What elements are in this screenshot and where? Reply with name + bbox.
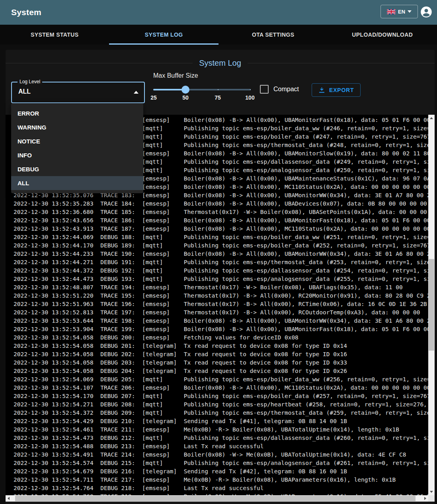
account-button[interactable]: [420, 6, 432, 18]
mark-25: 25: [150, 94, 157, 101]
log-level-menu: ERROR WARNING NOTICE INFO DEBUG ALL: [11, 103, 143, 193]
log-row: 2022-12-30 13:52:48.807 TRACE 194: [emse…: [6, 283, 428, 292]
scroll-left-arrow-icon[interactable]: [8, 497, 10, 500]
tab-ota-settings[interactable]: OTA SETTINGS: [218, 25, 328, 45]
scroll-down-arrow-icon[interactable]: [430, 491, 433, 493]
download-icon: [318, 87, 325, 94]
panel-title-row: System Log: [6, 59, 435, 68]
log-row: 2022-12-30 13:52:35.283 TRACE 184: [emse…: [6, 200, 428, 208]
log-row: 2022-12-30 13:52:54.069 DEBUG 205: [mqtt…: [6, 375, 428, 384]
language-label: EN: [398, 9, 405, 15]
panel-title: System Log: [193, 59, 248, 68]
log-row: 2022-12-30 13:52:53.644 TRACE 198: [emse…: [6, 317, 428, 325]
divider: [6, 63, 193, 63]
log-row: 2022-12-30 13:52:44.233 TRACE 190: [emse…: [6, 250, 428, 258]
log-row: 2022-12-30 13:52:54.679 DEBUG 216: [tele…: [6, 467, 428, 476]
tab-system-status[interactable]: SYSTEM STATUS: [0, 25, 109, 45]
menu-item-warning[interactable]: WARNING: [11, 120, 143, 134]
chevron-down-icon: [408, 10, 412, 13]
log-row: 2022-12-30 13:52:51.220 TRACE 195: [emse…: [6, 292, 428, 300]
app-bar: System EN: [0, 0, 437, 25]
mark-75: 75: [215, 94, 221, 101]
divider: [248, 63, 435, 63]
compact-checkbox[interactable]: [260, 85, 269, 94]
buffer-size-group: Max Buffer Size 25 50 75 100: [153, 72, 257, 79]
log-row: 2022-12-30 13:52:54.488 DEBUG 213: [emse…: [6, 442, 428, 451]
tab-bar: SYSTEM STATUS SYSTEM LOG OTA SETTINGS UP…: [0, 25, 437, 45]
horizontal-scrollbar-thumb[interactable]: [15, 496, 416, 501]
slider-thumb[interactable]: [181, 86, 189, 94]
scroll-up-arrow-icon[interactable]: [430, 117, 433, 119]
log-row: 2022-12-30 13:52:44.170 DEBUG 189: [mqtt…: [6, 241, 428, 250]
log-row: 2022-12-30 13:52:36.680 TRACE 185: [emse…: [6, 208, 428, 216]
log-row: 2022-12-30 13:52:54.574 DEBUG 215: [mqtt…: [6, 459, 428, 467]
menu-item-debug[interactable]: DEBUG: [11, 162, 143, 176]
language-selector[interactable]: EN: [380, 5, 418, 18]
log-row: 2022-12-30 13:52:52.813 TRACE 197: [emse…: [6, 308, 428, 317]
export-label: EXPORT: [329, 87, 354, 93]
log-row: 2022-12-30 13:52:54.372 DEBUG 209: [mqtt…: [6, 409, 428, 417]
log-row: 2022-12-30 13:52:54.058 DEBUG 202: [tele…: [6, 350, 428, 359]
system-log-panel: System Log Log Level ALL ERROR WARNING N…: [6, 50, 435, 504]
vertical-scrollbar-thumb[interactable]: [429, 259, 434, 351]
log-row: 2022-12-30 13:52:54.170 DEBUG 207: [mqtt…: [6, 392, 428, 400]
log-level-value: ALL: [18, 88, 31, 95]
buffer-size-slider[interactable]: [153, 89, 251, 90]
compact-checkbox-row[interactable]: Compact: [260, 85, 299, 94]
log-level-select[interactable]: Log Level ALL: [11, 82, 145, 103]
log-row: 2022-12-30 13:52:54.461 TRACE 211: [emse…: [6, 426, 428, 434]
slider-mark-dot: [218, 89, 218, 90]
chevron-up-icon: [134, 91, 139, 94]
slider-mark-dot: [250, 89, 251, 90]
page-title: System: [11, 8, 41, 17]
scroll-right-arrow-icon[interactable]: [424, 497, 426, 500]
scrollbar-corner: [428, 495, 435, 502]
mark-50: 50: [182, 94, 189, 101]
log-row: 2022-12-30 13:52:44.271 DEBUG 191: [mqtt…: [6, 258, 428, 267]
log-row: 2022-12-30 13:52:54.429 DEBUG 210: [tele…: [6, 417, 428, 426]
export-button[interactable]: EXPORT: [312, 83, 361, 97]
log-row: 2022-12-30 13:52:53.904 TRACE 199: [emse…: [6, 325, 428, 333]
log-row: 2022-12-30 13:52:51.963 TRACE 196: [emse…: [6, 300, 428, 308]
log-row: 2022-12-30 13:52:44.372 DEBUG 192: [mqtt…: [6, 267, 428, 275]
log-level-label: Log Level: [18, 79, 42, 84]
log-row: 2022-12-30 13:52:54.058 DEBUG 203: [tele…: [6, 359, 428, 367]
log-row: 2022-12-30 13:52:43.656 TRACE 186: [emse…: [6, 216, 428, 225]
account-circle-icon: [420, 6, 432, 18]
uk-flag-icon: [387, 9, 396, 14]
menu-item-error[interactable]: ERROR: [11, 106, 143, 120]
buffer-size-label: Max Buffer Size: [153, 72, 257, 79]
tab-system-log[interactable]: SYSTEM LOG: [109, 25, 219, 45]
compact-label: Compact: [273, 86, 299, 93]
tab-upload-download[interactable]: UPLOAD/DOWNLOAD: [328, 25, 437, 45]
horizontal-scrollbar[interactable]: [6, 495, 428, 502]
log-row: 2022-12-30 13:52:54.711 TRACE 217: [emse…: [6, 476, 428, 484]
log-row: 2022-12-30 13:52:54.473 DEBUG 212: [mqtt…: [6, 434, 428, 442]
vertical-scrollbar[interactable]: [428, 115, 435, 495]
menu-item-info[interactable]: INFO: [11, 148, 143, 162]
log-row: 2022-12-30 13:52:54.058 DEBUG 201: [tele…: [6, 342, 428, 350]
log-row: 2022-12-30 13:52:54.058 DEBUG 204: [tele…: [6, 367, 428, 375]
log-row: 2022-12-30 13:52:54.271 DEBUG 208: [mqtt…: [6, 400, 428, 409]
log-row: 2022-12-30 13:52:54.491 TRACE 214: [emse…: [6, 451, 428, 459]
mark-100: 100: [245, 94, 254, 101]
log-row: 2022-12-30 13:52:44.473 DEBUG 193: [mqtt…: [6, 275, 428, 283]
menu-item-notice[interactable]: NOTICE: [11, 134, 143, 148]
slider-fill: [153, 89, 185, 90]
menu-item-all[interactable]: ALL: [11, 176, 143, 190]
log-row: 2022-12-30 13:52:44.069 DEBUG 188: [mqtt…: [6, 233, 428, 241]
log-row: 2022-12-30 13:52:54.107 TRACE 206: [emse…: [6, 384, 428, 392]
log-row: 2022-12-30 13:52:54.768 TRACE 219: [emse…: [6, 492, 428, 495]
log-row: 2022-12-30 13:52:54.764 DEBUG 218: [emse…: [6, 484, 428, 492]
log-row: 2022-12-30 13:52:43.913 TRACE 187: [emse…: [6, 225, 428, 233]
log-row: 2022-12-30 13:52:54.058 DEBUG 200: [emse…: [6, 333, 428, 342]
active-tab-indicator: [109, 43, 218, 45]
